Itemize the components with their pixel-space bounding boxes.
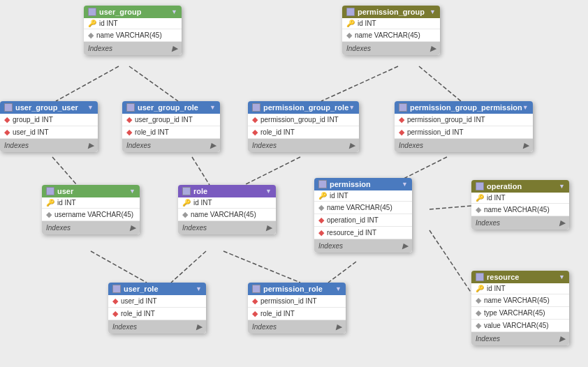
- indexes-label: Indexes: [112, 323, 137, 331]
- svg-line-4: [52, 157, 77, 185]
- indexes-row[interactable]: Indexes▶: [395, 139, 533, 152]
- table-name-operation: operation: [487, 182, 522, 190]
- table-body-user_group_role: ◆user_group_id INT◆role_id INTIndexes▶: [122, 114, 220, 152]
- table-header-user_group_user[interactable]: user_group_user▼: [0, 101, 98, 114]
- table-row: ◆name VARCHAR(45): [471, 204, 569, 216]
- table-header-permission_group_role[interactable]: permission_group_role▼: [248, 101, 359, 114]
- table-header-operation[interactable]: operation▼: [471, 180, 569, 193]
- table-icon-permission: [318, 180, 327, 188]
- svg-line-8: [91, 251, 147, 283]
- table-header-role[interactable]: role▼: [178, 185, 276, 197]
- table-name-permission_group_permission: permission_group_permission: [410, 103, 522, 112]
- svg-line-6: [244, 157, 300, 185]
- table-dropdown-user_role[interactable]: ▼: [196, 285, 202, 292]
- diamond-icon: ◆: [252, 128, 258, 137]
- table-header-user_group[interactable]: user_group▼: [84, 6, 182, 18]
- table-row: 🔑id INT: [42, 197, 140, 209]
- column-name: user_id INT: [121, 297, 157, 305]
- table-name-resource: resource: [487, 273, 519, 281]
- table-permission: permission▼🔑id INT◆name VARCHAR(45)◆oper…: [314, 178, 412, 253]
- table-row: ◆role_id INT: [122, 126, 220, 139]
- indexes-row[interactable]: Indexes▶: [84, 42, 182, 55]
- table-header-user[interactable]: user▼: [42, 185, 140, 197]
- table-header-user_role[interactable]: user_role▼: [108, 283, 206, 295]
- table-name-user: user: [57, 187, 73, 195]
- svg-line-0: [56, 66, 119, 101]
- diamond-icon: ◆: [399, 128, 404, 137]
- table-dropdown-user_group_role[interactable]: ▼: [210, 104, 216, 111]
- table-user_role: user_role▼◆user_id INT◆role_id INTIndexe…: [108, 283, 206, 334]
- table-user_group: user_group▼🔑id INT◆name VARCHAR(45)Index…: [84, 6, 182, 55]
- table-dropdown-user_group_user[interactable]: ▼: [87, 104, 94, 111]
- table-dropdown-permission_group_role[interactable]: ▼: [348, 104, 355, 111]
- indexes-row[interactable]: Indexes▶: [248, 139, 359, 152]
- indexes-row[interactable]: Indexes▶: [42, 221, 140, 234]
- diamond-icon: ◆: [476, 296, 481, 305]
- indexes-arrow-icon: ▶: [266, 223, 272, 232]
- key-icon: 🔑: [318, 192, 327, 200]
- table-body-user: 🔑id INT◆username VARCHAR(45)Indexes▶: [42, 197, 140, 234]
- table-header-permission_group_permission[interactable]: permission_group_permission▼: [395, 101, 533, 114]
- table-body-user_role: ◆user_id INT◆role_id INTIndexes▶: [108, 295, 206, 334]
- column-name: permission_group_id INT: [260, 116, 339, 123]
- table-dropdown-resource[interactable]: ▼: [559, 274, 565, 280]
- column-name: username VARCHAR(45): [54, 211, 133, 218]
- table-body-permission_group: 🔑id INT◆name VARCHAR(45)Indexes▶: [342, 18, 440, 55]
- table-header-permission[interactable]: permission▼: [314, 178, 412, 190]
- column-name: value VARCHAR(45): [484, 322, 549, 329]
- column-name: id INT: [487, 194, 506, 202]
- diamond-icon: ◆: [4, 128, 10, 137]
- indexes-row[interactable]: Indexes▶: [471, 332, 569, 345]
- table-header-user_group_role[interactable]: user_group_role▼: [122, 101, 220, 114]
- indexes-arrow-icon: ▶: [88, 141, 94, 150]
- table-icon-resource: [476, 273, 484, 281]
- table-permission_group_permission: permission_group_permission▼◆permission_…: [395, 101, 533, 152]
- indexes-label: Indexes: [476, 335, 500, 343]
- indexes-label: Indexes: [318, 242, 343, 250]
- table-dropdown-permission_role[interactable]: ▼: [335, 285, 341, 292]
- table-dropdown-permission[interactable]: ▼: [402, 181, 408, 188]
- svg-line-2: [321, 66, 398, 101]
- diamond-icon: ◆: [252, 309, 258, 318]
- table-dropdown-permission_group[interactable]: ▼: [429, 8, 436, 15]
- table-dropdown-role[interactable]: ▼: [265, 188, 272, 195]
- table-header-permission_role[interactable]: permission_role▼: [248, 283, 346, 295]
- indexes-row[interactable]: Indexes▶: [122, 139, 220, 152]
- table-dropdown-user[interactable]: ▼: [129, 188, 135, 195]
- table-row: 🔑id INT: [314, 190, 412, 202]
- table-row: ◆permission_id INT: [395, 126, 533, 139]
- table-header-permission_group[interactable]: permission_group▼: [342, 6, 440, 18]
- indexes-row[interactable]: Indexes▶: [314, 239, 412, 253]
- indexes-row[interactable]: Indexes▶: [0, 139, 98, 152]
- table-dropdown-operation[interactable]: ▼: [559, 183, 565, 190]
- table-row: ◆name VARCHAR(45): [84, 29, 182, 42]
- table-row: ◆operation_id INT: [314, 214, 412, 227]
- indexes-row[interactable]: Indexes▶: [248, 320, 346, 334]
- table-row: ◆permission_group_id INT: [248, 114, 359, 126]
- column-name: id INT: [487, 285, 506, 292]
- table-icon-user: [46, 187, 54, 195]
- column-name: role_id INT: [260, 310, 295, 317]
- svg-line-1: [129, 66, 178, 101]
- table-dropdown-permission_group_permission[interactable]: ▼: [522, 104, 529, 111]
- indexes-row[interactable]: Indexes▶: [471, 216, 569, 230]
- table-body-permission: 🔑id INT◆name VARCHAR(45)◆operation_id IN…: [314, 190, 412, 253]
- table-icon-permission_group: [346, 8, 355, 16]
- diamond-icon: ◆: [4, 115, 10, 124]
- indexes-row[interactable]: Indexes▶: [342, 42, 440, 55]
- table-icon-user_group_user: [4, 103, 13, 112]
- table-row: 🔑id INT: [84, 18, 182, 29]
- column-name: permission_id INT: [260, 297, 317, 305]
- table-icon-user_group_role: [126, 103, 135, 112]
- table-row: ◆type VARCHAR(45): [471, 307, 569, 320]
- table-user: user▼🔑id INT◆username VARCHAR(45)Indexes…: [42, 185, 140, 234]
- svg-line-10: [223, 251, 300, 283]
- indexes-arrow-icon: ▶: [196, 322, 202, 331]
- table-header-resource[interactable]: resource▼: [471, 271, 569, 283]
- indexes-row[interactable]: Indexes▶: [108, 320, 206, 334]
- table-dropdown-user_group[interactable]: ▼: [171, 8, 177, 15]
- indexes-row[interactable]: Indexes▶: [178, 221, 276, 234]
- column-name: id INT: [57, 199, 76, 207]
- key-icon: 🔑: [476, 194, 484, 202]
- diamond-icon: ◆: [318, 228, 324, 237]
